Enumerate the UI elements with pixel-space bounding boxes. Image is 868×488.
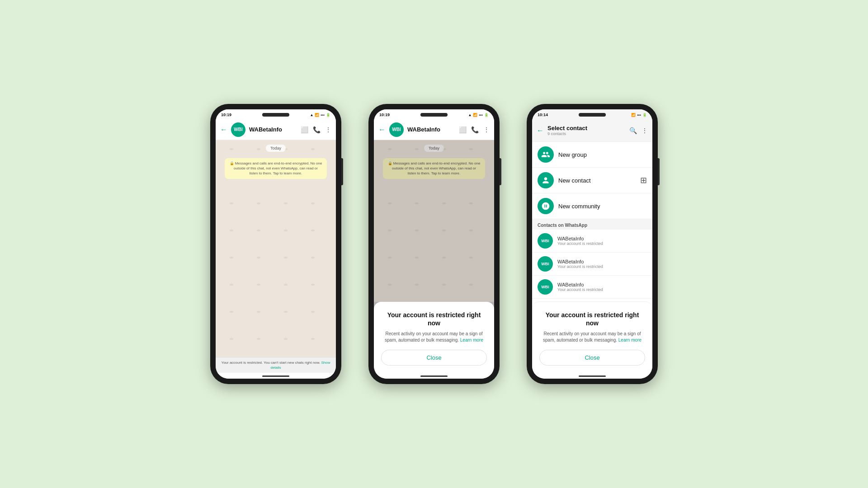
select-list-3: New group New contact ⊞ New community Co… xyxy=(532,142,652,301)
new-contact-icon xyxy=(538,172,554,188)
status-bar-3: 10:14 📶 ▪▪▪ 🔋 xyxy=(532,109,652,119)
status-time-1: 10:19 xyxy=(221,113,231,117)
restriction-text-1: Your account is restricted. You can't st… xyxy=(222,361,321,365)
learn-more-link-2[interactable]: Learn more xyxy=(460,338,483,343)
alert-icon-2: ▲ xyxy=(468,113,472,117)
home-bar-3 xyxy=(532,373,652,379)
contact-status-2: Your account is restricted xyxy=(557,287,603,292)
modal-sheet-2: Your account is restricted right now Rec… xyxy=(374,302,494,373)
chat-overlay-2 xyxy=(374,140,494,302)
home-bar-2 xyxy=(374,373,494,379)
status-bar-2: 10:19 ▲ 📶 ▪▪▪ 🔋 xyxy=(374,109,494,119)
contact-info-0: WABetaInfo Your account is restricted xyxy=(557,236,603,246)
contacts-section-title: Contacts on WhatsApp xyxy=(532,219,652,230)
contact-item-2[interactable]: WBI WABetaInfo Your account is restricte… xyxy=(532,276,652,299)
contact-status-0: Your account is restricted xyxy=(557,241,603,246)
wifi-icon: 📶 xyxy=(315,113,319,117)
new-group-option[interactable]: New group xyxy=(532,142,652,168)
avatar-2: WBI xyxy=(389,122,404,137)
chat-header-1: ← WBI WABetaInfo ⬜ 📞 ⋮ xyxy=(216,119,336,140)
alert-icon: ▲ xyxy=(310,113,314,117)
phone-2: 10:19 ▲ 📶 ▪▪▪ 🔋 ← WBI WABetaInfo ⬜ 📞 ⋮ T… xyxy=(368,104,500,384)
home-bar-1 xyxy=(216,373,336,379)
back-button-3[interactable]: ← xyxy=(537,127,544,135)
contact-item-0[interactable]: WBI WABetaInfo Your account is restricte… xyxy=(532,230,652,253)
modal-overlay-2: Your account is restricted right now Rec… xyxy=(374,302,494,373)
call-icon-1[interactable]: 📞 xyxy=(313,126,321,133)
modal-desc-3: Recent activity on your account may be a… xyxy=(539,331,645,343)
signal-icon: ▪▪▪ xyxy=(321,113,325,117)
new-community-option[interactable]: New community xyxy=(532,193,652,219)
status-icons-1: ▲ 📶 ▪▪▪ 🔋 xyxy=(310,113,330,117)
battery-icon-3: 🔋 xyxy=(642,113,647,117)
modal-title-2: Your account is restricted right now xyxy=(381,311,487,327)
contact-avatar-0: WBI xyxy=(538,233,553,249)
home-bar-line-3 xyxy=(579,375,606,377)
status-icons-2: ▲ 📶 ▪▪▪ 🔋 xyxy=(468,113,489,117)
learn-more-link-3[interactable]: Learn more xyxy=(618,338,642,343)
contact-info-1: WABetaInfo Your account is restricted xyxy=(557,259,603,269)
contact-name-0: WABetaInfo xyxy=(557,236,603,241)
new-group-label: New group xyxy=(558,151,587,158)
battery-icon-2: 🔋 xyxy=(484,113,489,117)
avatar-1: WBI xyxy=(231,122,245,137)
contact-avatar-1: WBI xyxy=(538,256,553,272)
call-icon-2[interactable]: 📞 xyxy=(471,126,479,133)
header-text-3: Select contact 9 contacts xyxy=(547,125,626,136)
contact-status-1: Your account is restricted xyxy=(557,264,603,269)
contact-info-2: WABetaInfo Your account is restricted xyxy=(557,282,603,292)
modal-desc-2: Recent activity on your account may be a… xyxy=(381,331,487,343)
video-icon-2[interactable]: ⬜ xyxy=(459,126,467,133)
contact-avatar-2: WBI xyxy=(538,279,553,295)
signal-icon-3: ▪▪▪ xyxy=(637,113,641,117)
menu-icon-3[interactable]: ⋮ xyxy=(642,127,648,134)
contact-name-1: WABetaInfo xyxy=(557,259,603,264)
status-time-2: 10:19 xyxy=(379,113,390,117)
status-bar-1: 10:19 ▲ 📶 ▪▪▪ 🔋 xyxy=(216,109,336,119)
new-community-label: New community xyxy=(558,203,600,210)
restriction-notice-1: Your account is restricted. You can't st… xyxy=(216,357,336,373)
encryption-msg-1[interactable]: 🔒 Messages and calls are end-to-end encr… xyxy=(225,158,327,179)
qr-icon-3[interactable]: ⊞ xyxy=(640,175,647,185)
home-bar-line-2 xyxy=(420,375,448,377)
chat-title-2[interactable]: WABetaInfo xyxy=(407,126,455,133)
header-icons-3: 🔍 ⋮ xyxy=(629,127,648,134)
modal-sheet-3: Your account is restricted right now Rec… xyxy=(532,301,652,373)
chat-area-1: Today 🔒 Messages and calls are end-to-en… xyxy=(216,140,336,357)
signal-icon-2: ▪▪▪ xyxy=(479,113,483,117)
contact-name-2: WABetaInfo xyxy=(557,282,603,287)
status-time-3: 10:14 xyxy=(538,113,548,117)
header-icons-2: ⬜ 📞 ⋮ xyxy=(459,126,490,133)
phone-1: 10:19 ▲ 📶 ▪▪▪ 🔋 ← WBI WABetaInfo ⬜ 📞 ⋮ T… xyxy=(210,104,341,384)
select-title-3: Select contact xyxy=(547,125,626,131)
select-header-3: ← Select contact 9 contacts 🔍 ⋮ xyxy=(532,119,652,142)
new-community-icon xyxy=(538,198,554,214)
chat-header-2: ← WBI WABetaInfo ⬜ 📞 ⋮ xyxy=(374,119,494,140)
status-icons-3: 📶 ▪▪▪ 🔋 xyxy=(631,113,647,117)
home-bar-line-1 xyxy=(262,375,289,377)
wifi-icon-2: 📶 xyxy=(473,113,477,117)
battery-icon: 🔋 xyxy=(326,113,330,117)
new-group-icon xyxy=(538,146,554,163)
search-icon-3[interactable]: 🔍 xyxy=(629,127,637,134)
contact-item-1[interactable]: WBI WABetaInfo Your account is restricte… xyxy=(532,253,652,276)
new-contact-label: New contact xyxy=(558,177,591,184)
back-button-2[interactable]: ← xyxy=(378,126,386,134)
select-subtitle-3: 9 contacts xyxy=(547,131,626,136)
modal-title-3: Your account is restricted right now xyxy=(539,311,645,327)
contact-item-3[interactable]: WBI WABetaInfo Your account is restricte… xyxy=(532,299,652,301)
chat-date-1: Today xyxy=(266,145,286,152)
phone-3: 10:14 📶 ▪▪▪ 🔋 ← Select contact 9 contact… xyxy=(527,104,658,384)
chat-title-1[interactable]: WABetaInfo xyxy=(249,126,297,133)
back-button-1[interactable]: ← xyxy=(220,126,227,134)
video-icon-1[interactable]: ⬜ xyxy=(301,126,308,133)
header-icons-1: ⬜ 📞 ⋮ xyxy=(301,126,331,133)
chat-area-2: Today 🔒 Messages and calls are end-to-en… xyxy=(374,140,494,302)
close-button-2[interactable]: Close xyxy=(381,350,487,366)
wifi-icon-3: 📶 xyxy=(631,113,636,117)
new-contact-option[interactable]: New contact ⊞ xyxy=(532,168,652,193)
menu-icon-2[interactable]: ⋮ xyxy=(483,126,490,133)
menu-icon-1[interactable]: ⋮ xyxy=(325,126,331,133)
close-button-3[interactable]: Close xyxy=(539,350,645,366)
